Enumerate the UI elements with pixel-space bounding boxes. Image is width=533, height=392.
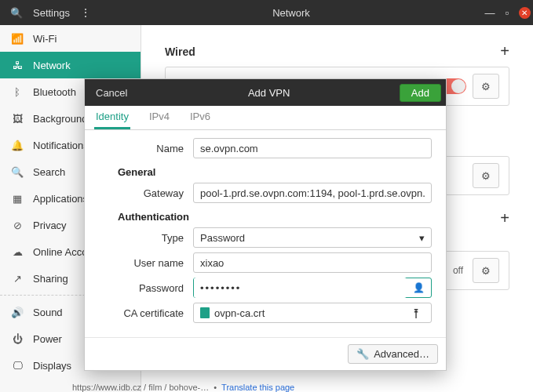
- sidebar-item-network[interactable]: 🖧Network: [0, 52, 141, 78]
- type-value: Password: [200, 232, 245, 244]
- username-label: User name: [99, 257, 193, 269]
- dialog-tabs: Identity IPv4 IPv6: [85, 106, 446, 130]
- cacert-file-chooser[interactable]: ovpn-ca.crt ⭱: [193, 303, 432, 323]
- app-name: Settings: [33, 7, 70, 19]
- power-icon: ⏻: [11, 333, 24, 345]
- wifi-icon: 📶: [11, 33, 24, 45]
- background-icon: 🖼: [11, 113, 24, 125]
- cacert-label: CA certificate: [99, 307, 193, 319]
- gateway-input[interactable]: [193, 183, 432, 203]
- share-icon: ↗: [11, 273, 24, 285]
- advanced-button[interactable]: 🔧 Advanced…: [348, 344, 438, 364]
- privacy-icon: ⊘: [11, 220, 24, 231]
- sidebar-item-label: Background: [33, 113, 87, 125]
- dialog-header: Cancel Add VPN Add: [85, 79, 446, 106]
- vpn-settings-gear-1[interactable]: ⚙: [473, 163, 499, 188]
- add-vpn-button[interactable]: +: [500, 209, 509, 227]
- general-heading: General: [118, 166, 432, 178]
- bluetooth-icon: ᛒ: [11, 86, 24, 98]
- wired-heading: Wired: [165, 45, 195, 58]
- password-label: Password: [99, 282, 193, 294]
- cancel-button[interactable]: Cancel: [85, 87, 138, 99]
- sidebar-item-label: Privacy: [33, 220, 67, 231]
- tab-ipv4[interactable]: IPv4: [148, 106, 171, 129]
- vpn-settings-gear-2[interactable]: ⚙: [473, 258, 499, 283]
- username-input[interactable]: [193, 252, 432, 273]
- sidebar-item-label: Applications: [33, 193, 88, 205]
- type-label: Type: [99, 232, 193, 244]
- sidebar-item-label: Bluetooth: [33, 86, 76, 98]
- tab-ipv6[interactable]: IPv6: [188, 106, 212, 129]
- add-button[interactable]: Add: [400, 84, 441, 102]
- name-input[interactable]: [193, 138, 432, 158]
- displays-icon: 🖵: [11, 360, 24, 372]
- network-icon: 🖧: [11, 60, 24, 71]
- browser-status-bar: https://www.idb.cz / film / bohove-… • T…: [72, 383, 294, 392]
- type-dropdown[interactable]: Password ▾: [193, 227, 432, 248]
- dialog-title: Add VPN: [138, 87, 399, 99]
- sidebar-item-wifi[interactable]: 📶Wi-Fi: [0, 25, 141, 52]
- password-visibility-icon[interactable]: 👤: [407, 282, 431, 293]
- cacert-filename: ovpn-ca.crt: [214, 307, 265, 319]
- gateway-label: Gateway: [99, 187, 193, 199]
- authentication-heading: Authentication: [118, 211, 432, 223]
- wired-settings-gear[interactable]: ⚙: [473, 74, 499, 99]
- status-url: https://www.idb.cz / film / bohove-…: [72, 383, 209, 392]
- notifications-icon: 🔔: [11, 140, 24, 151]
- wrench-icon: 🔧: [356, 348, 369, 360]
- sidebar-item-label: Displays: [33, 360, 71, 372]
- window-titlebar: 🔍 Settings ⋮ Network — ▫ ✕: [0, 0, 533, 25]
- file-icon: [200, 307, 210, 318]
- vpn-off-label: off: [453, 265, 463, 276]
- upload-icon: ⭱: [411, 307, 425, 319]
- password-input[interactable]: [194, 278, 407, 298]
- maximize-button[interactable]: ▫: [498, 7, 516, 19]
- add-wired-button[interactable]: +: [500, 42, 509, 60]
- chevron-down-icon: ▾: [419, 232, 425, 244]
- sidebar-item-label: Wi-Fi: [33, 33, 57, 45]
- cloud-icon: ☁: [11, 246, 24, 258]
- advanced-label: Advanced…: [374, 348, 429, 360]
- add-vpn-dialog: Cancel Add VPN Add Identity IPv4 IPv6 Na…: [84, 78, 447, 371]
- tab-identity[interactable]: Identity: [94, 106, 130, 129]
- apps-icon: ▦: [11, 193, 24, 205]
- sidebar-item-label: Power: [33, 333, 62, 345]
- sidebar-item-label: Notifications: [33, 140, 89, 151]
- sidebar-item-label: Search: [33, 166, 65, 178]
- window-title: Network: [101, 7, 481, 19]
- sidebar-item-label: Sound: [33, 307, 63, 318]
- search-icon[interactable]: 🔍: [0, 7, 33, 19]
- sound-icon: 🔊: [11, 307, 24, 318]
- search-icon-side: 🔍: [11, 166, 24, 178]
- close-button[interactable]: ✕: [516, 6, 533, 19]
- name-label: Name: [99, 143, 193, 154]
- translate-link[interactable]: Translate this page: [221, 383, 294, 392]
- kebab-menu-icon[interactable]: ⋮: [70, 6, 101, 19]
- sidebar-item-label: Network: [33, 60, 71, 71]
- sidebar-item-label: Sharing: [33, 273, 68, 285]
- minimize-button[interactable]: —: [481, 7, 498, 19]
